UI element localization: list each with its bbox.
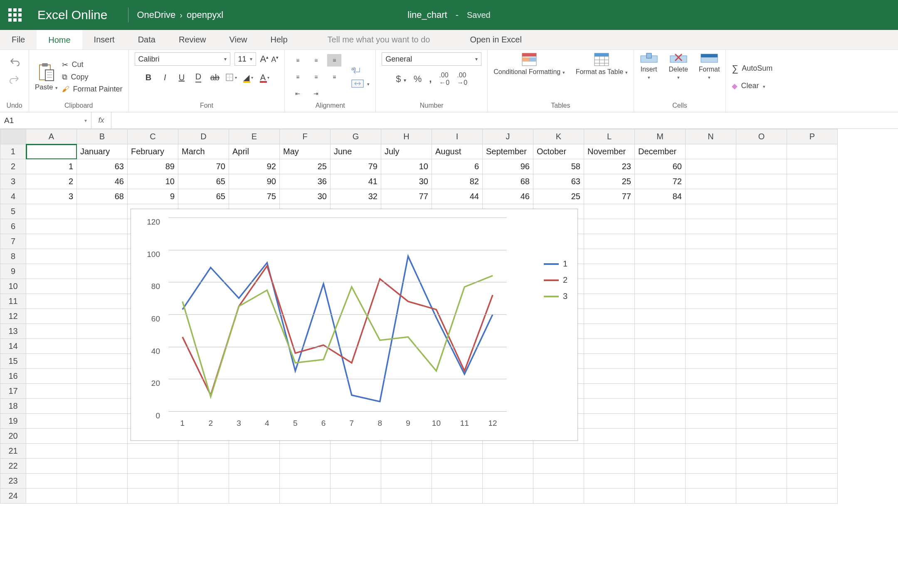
cell[interactable] [686, 459, 736, 474]
cell[interactable]: 68 [77, 189, 128, 204]
cell[interactable] [381, 444, 432, 459]
cell[interactable] [635, 204, 686, 219]
cell[interactable] [26, 399, 77, 414]
cell[interactable] [432, 474, 483, 489]
cell[interactable] [736, 459, 787, 474]
column-header[interactable]: D [178, 129, 229, 144]
cell[interactable] [26, 249, 77, 264]
cell[interactable] [686, 174, 736, 189]
cell[interactable]: 23 [584, 159, 635, 174]
cell[interactable] [584, 339, 635, 354]
cell[interactable] [533, 489, 584, 504]
cell[interactable] [787, 249, 838, 264]
cell[interactable] [77, 369, 128, 384]
cell[interactable] [686, 234, 736, 249]
cell[interactable] [26, 324, 77, 339]
undo-button[interactable] [9, 56, 20, 67]
cell[interactable] [787, 489, 838, 504]
cell[interactable] [77, 324, 128, 339]
decrease-indent[interactable]: ⇤ [291, 87, 305, 100]
cell[interactable]: 90 [229, 174, 280, 189]
cell[interactable] [635, 219, 686, 234]
cell[interactable] [280, 459, 331, 474]
cell[interactable] [584, 264, 635, 279]
column-header[interactable]: I [432, 129, 483, 144]
fill-color-button[interactable]: ◢ [242, 72, 254, 83]
cell[interactable]: 46 [77, 174, 128, 189]
cell[interactable] [77, 249, 128, 264]
cell[interactable] [686, 354, 736, 369]
cell[interactable] [432, 459, 483, 474]
cell[interactable] [77, 204, 128, 219]
menu-view[interactable]: View [217, 30, 259, 49]
shrink-font-button[interactable]: A▾ [271, 55, 279, 64]
cell[interactable] [686, 294, 736, 309]
cell[interactable] [483, 459, 533, 474]
column-header[interactable]: E [229, 129, 280, 144]
delete-cells-button[interactable]: Delete▾ [669, 52, 688, 80]
row-header[interactable]: 12 [0, 309, 26, 324]
cell[interactable] [483, 489, 533, 504]
cell[interactable]: January [77, 144, 128, 159]
cell[interactable] [787, 354, 838, 369]
cell[interactable] [736, 204, 787, 219]
cell[interactable] [26, 339, 77, 354]
cell[interactable]: 92 [229, 159, 280, 174]
cell[interactable] [787, 444, 838, 459]
row-header[interactable]: 24 [0, 489, 26, 504]
align-bottom[interactable]: ≡ [327, 54, 341, 67]
cell[interactable] [77, 279, 128, 294]
cell[interactable] [635, 429, 686, 444]
cell[interactable]: 70 [178, 159, 229, 174]
cell[interactable]: March [178, 144, 229, 159]
cell[interactable] [483, 474, 533, 489]
row-header[interactable]: 4 [0, 189, 26, 204]
cell[interactable] [736, 234, 787, 249]
cell[interactable] [584, 489, 635, 504]
cell[interactable]: July [381, 144, 432, 159]
cell[interactable] [584, 369, 635, 384]
cell[interactable] [736, 159, 787, 174]
cell[interactable] [26, 384, 77, 399]
menu-review[interactable]: Review [167, 30, 218, 49]
cell[interactable] [26, 219, 77, 234]
cell[interactable] [77, 459, 128, 474]
cell[interactable] [787, 339, 838, 354]
cell[interactable] [736, 174, 787, 189]
grow-font-button[interactable]: A▴ [260, 54, 269, 64]
open-in-excel[interactable]: Open in Excel [458, 30, 533, 49]
column-header[interactable]: B [77, 129, 128, 144]
cell[interactable] [584, 309, 635, 324]
cell[interactable]: 10 [381, 159, 432, 174]
cell[interactable] [686, 159, 736, 174]
cell[interactable] [635, 474, 686, 489]
cell[interactable] [533, 444, 584, 459]
cell[interactable] [584, 294, 635, 309]
cell[interactable] [635, 354, 686, 369]
cell[interactable]: 84 [635, 189, 686, 204]
cell[interactable]: 36 [280, 174, 331, 189]
row-header[interactable]: 8 [0, 249, 26, 264]
cell[interactable]: October [533, 144, 584, 159]
cell[interactable]: 68 [483, 174, 533, 189]
cell[interactable]: 41 [331, 174, 381, 189]
cut-button[interactable]: ✂Cut [62, 60, 122, 69]
cell[interactable] [787, 399, 838, 414]
cell[interactable] [686, 489, 736, 504]
cell[interactable] [736, 264, 787, 279]
font-color-button[interactable]: A [259, 72, 271, 83]
row-header[interactable]: 14 [0, 339, 26, 354]
align-center[interactable]: ≡ [309, 71, 323, 83]
row-header[interactable]: 15 [0, 354, 26, 369]
cell[interactable]: 65 [178, 174, 229, 189]
row-header[interactable]: 16 [0, 369, 26, 384]
cell[interactable] [26, 459, 77, 474]
menu-data[interactable]: Data [126, 30, 167, 49]
cell[interactable]: December [635, 144, 686, 159]
clear-button[interactable]: ◆Clear [732, 82, 772, 91]
cell[interactable] [787, 144, 838, 159]
legend-item[interactable]: 1 [544, 259, 567, 269]
cell[interactable] [533, 474, 584, 489]
cell[interactable] [128, 459, 178, 474]
cell[interactable] [331, 474, 381, 489]
